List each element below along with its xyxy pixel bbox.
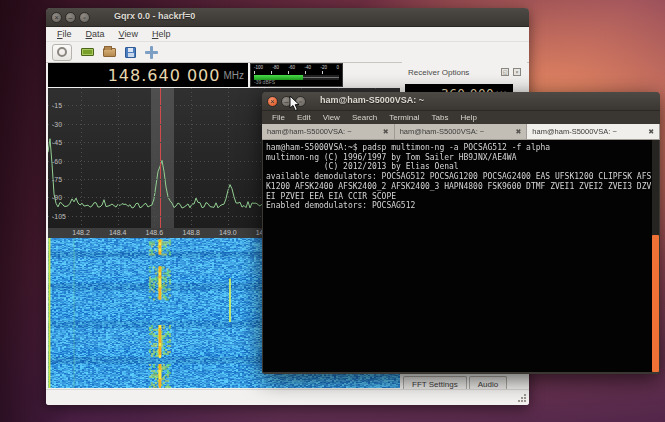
power-button[interactable]: [52, 44, 72, 61]
menu-item-data[interactable]: Data: [79, 29, 112, 39]
gqrx-statusbar: [46, 389, 529, 405]
close-icon[interactable]: ×: [51, 12, 62, 23]
power-icon: [57, 47, 67, 57]
resize-grip-icon[interactable]: [517, 393, 526, 402]
signal-meter: -100-80-60-40-200 -39 dBFS: [250, 63, 343, 87]
tuner-line[interactable]: [160, 88, 161, 228]
meter-tick-label: 0: [336, 65, 339, 70]
gridline: [191, 88, 192, 228]
tab-close-icon[interactable]: ✖: [383, 128, 389, 136]
terminal-titlebar[interactable]: × – ▫ ham@ham-S5000VSA: ~: [262, 92, 660, 111]
menu-item-file[interactable]: File: [50, 29, 79, 39]
frequency-unit: MHz: [223, 70, 244, 81]
gridline: [118, 88, 119, 228]
close-icon[interactable]: ×: [267, 96, 278, 107]
meter-tick-label: -40: [304, 65, 311, 70]
freq-axis-label: 148.8: [182, 229, 200, 236]
signal-meter-scale: -100-80-60-40-200: [254, 65, 339, 70]
terminal-text: ham@ham-S5000VSA:~$ padsp multimon-ng -a…: [266, 143, 650, 211]
frequency-digits: 148.640 000: [108, 66, 221, 85]
freq-axis-label: 148.4: [109, 229, 127, 236]
gridline: [154, 88, 155, 228]
meter-tick-label: -20: [320, 65, 327, 70]
terminal-menubar: FileEditViewSearchTerminalTabsHelp: [262, 111, 660, 124]
menu-item-file[interactable]: File: [266, 113, 291, 122]
db-axis-label: -105: [52, 212, 66, 219]
menu-item-terminal[interactable]: Terminal: [383, 113, 425, 122]
signal-meter-readout: -39 dBFS: [254, 79, 275, 85]
terminal-window-title: ham@ham-S5000VSA: ~: [320, 95, 424, 105]
receiver-options-title: Receiver Options: [408, 68, 469, 77]
tab-close-icon[interactable]: ✖: [515, 128, 521, 136]
terminal-tab[interactable]: ham@ham-S5000VSA: ~✖: [395, 124, 528, 139]
gqrx-titlebar[interactable]: × – ▫ Gqrx 0.0 - hackrf=0: [46, 8, 529, 27]
freq-axis-label: 149.0: [219, 229, 237, 236]
scrollbar-thumb[interactable]: [652, 235, 659, 372]
menu-item-help[interactable]: Help: [454, 113, 482, 122]
maximize-icon[interactable]: ▫: [79, 12, 90, 23]
gqrx-window-title: Gqrx 0.0 - hackrf=0: [114, 11, 195, 21]
terminal-scrollbar[interactable]: [652, 140, 659, 372]
meter-tick-label: -80: [272, 65, 279, 70]
db-axis-label: -45: [52, 139, 62, 146]
tab-close-icon[interactable]: ✖: [648, 128, 654, 136]
terminal-tab-label: ham@ham-S5000VSA: ~: [532, 127, 617, 136]
io-devices-icon[interactable]: [81, 48, 94, 56]
db-axis-label: -90: [52, 194, 62, 201]
retune-icon[interactable]: [145, 46, 158, 59]
open-folder-icon[interactable]: [103, 48, 116, 57]
menu-item-tabs[interactable]: Tabs: [425, 113, 454, 122]
menu-item-view[interactable]: View: [317, 113, 346, 122]
db-axis-label: -60: [52, 157, 62, 164]
menu-item-help[interactable]: Help: [145, 29, 178, 39]
meter-tick-label: -60: [288, 65, 295, 70]
mouse-cursor: [289, 95, 301, 112]
dock-close-icon[interactable]: ×: [513, 68, 521, 76]
minimize-icon[interactable]: –: [65, 12, 76, 23]
terminal-tab-label: ham@ham-S5000VSA: ~: [267, 127, 352, 136]
terminal-tab-label: ham@ham-S5000VSA: ~: [400, 127, 485, 136]
gqrx-menubar: FileDataViewHelp: [46, 27, 529, 42]
freq-axis-label: 148.2: [72, 229, 90, 236]
terminal-tab[interactable]: ham@ham-S5000VSA: ~✖: [527, 124, 660, 139]
terminal-tab-bar: ham@ham-S5000VSA: ~✖ham@ham-S5000VSA: ~✖…: [262, 124, 660, 140]
dock-float-icon[interactable]: ◱: [501, 68, 509, 76]
menu-item-search[interactable]: Search: [346, 113, 383, 122]
frequency-display[interactable]: 148.640 000 MHz: [48, 63, 248, 87]
db-axis-label: -30: [52, 120, 62, 127]
terminal-content[interactable]: ham@ham-S5000VSA:~$ padsp multimon-ng -a…: [263, 140, 659, 372]
meter-tick-label: -100: [254, 65, 263, 70]
save-icon[interactable]: [125, 47, 136, 58]
db-axis-label: -15: [52, 101, 62, 108]
gridline: [228, 88, 229, 228]
gridline: [81, 88, 82, 228]
menu-item-edit[interactable]: Edit: [291, 113, 317, 122]
freq-axis-label: 148.6: [146, 229, 164, 236]
terminal-window: × – ▫ ham@ham-S5000VSA: ~ FileEditViewSe…: [262, 92, 660, 374]
signal-meter-ticks: [254, 71, 339, 74]
gqrx-toolbar: [46, 42, 529, 63]
db-axis-label: -75: [52, 176, 62, 183]
menu-item-view[interactable]: View: [112, 29, 145, 39]
terminal-tab[interactable]: ham@ham-S5000VSA: ~✖: [262, 124, 395, 139]
